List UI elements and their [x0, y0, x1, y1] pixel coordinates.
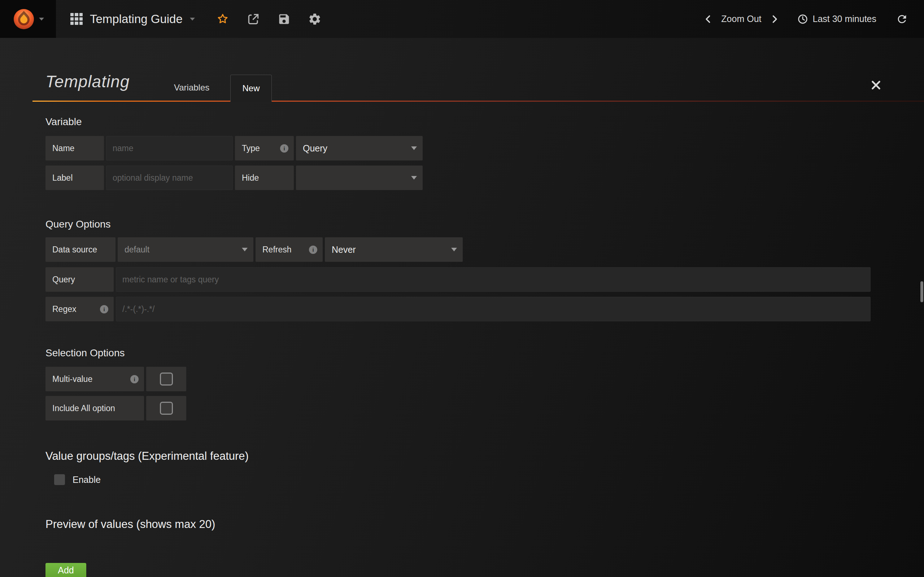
title-caret-down-icon [190, 18, 195, 21]
regex-input[interactable] [116, 297, 871, 321]
value-groups-heading: Value groups/tags (Experimental feature) [45, 450, 924, 463]
type-label: Type i [235, 136, 294, 161]
grafana-page: Templating Guide Zo [0, 0, 924, 577]
share-icon[interactable] [247, 12, 260, 26]
dashboard-title: Templating Guide [90, 12, 183, 26]
page-title: Templating [45, 72, 129, 91]
tab-variables[interactable]: Variables [170, 82, 214, 93]
add-button[interactable]: Add [45, 563, 86, 577]
refresh-label: Refresh i [255, 237, 323, 262]
dashboard-grid-icon [70, 13, 82, 25]
name-input[interactable] [106, 136, 233, 161]
include-all-checkbox-wrap [146, 396, 186, 421]
label-input[interactable] [106, 166, 233, 190]
data-source-label: Data source [45, 237, 115, 262]
preview-heading: Preview of values (shows max 20) [45, 518, 924, 531]
close-icon[interactable] [870, 79, 882, 91]
multi-value-row: Multi-value i [45, 367, 924, 391]
star-icon[interactable] [216, 12, 229, 26]
enable-label: Enable [73, 475, 101, 485]
multi-value-checkbox[interactable] [160, 372, 173, 385]
type-select-value: Query [303, 143, 327, 154]
multi-value-label-text: Multi-value [52, 374, 92, 384]
tab-new[interactable]: New [230, 75, 272, 102]
time-range-label: Last 30 minutes [813, 14, 877, 24]
regex-row: Regex i [45, 297, 924, 321]
time-shift-right-button[interactable] [768, 13, 781, 26]
time-controls: Zoom Out Last 30 minutes [702, 12, 924, 26]
regex-info-icon[interactable]: i [100, 305, 108, 313]
variable-section-heading: Variable [45, 116, 924, 128]
navbar-actions [216, 12, 321, 26]
type-label-text: Type [242, 143, 260, 153]
hide-label: Hide [235, 166, 294, 190]
refresh-select[interactable]: Never [325, 237, 463, 262]
multi-value-checkbox-wrap [146, 367, 186, 391]
data-source-select-value: default [124, 245, 149, 255]
query-options-heading: Query Options [45, 219, 924, 230]
include-all-row: Include All option [45, 396, 924, 421]
query-row: Query [45, 267, 924, 292]
query-label: Query [45, 267, 114, 292]
grafana-logo-menu[interactable] [0, 0, 56, 38]
enable-row: Enable [54, 474, 924, 486]
data-source-caret-down-icon [242, 248, 247, 251]
regex-label-text: Regex [52, 305, 76, 314]
include-all-label: Include All option [45, 396, 144, 421]
tabs-accent-underline [32, 101, 924, 102]
selection-options-heading: Selection Options [45, 347, 924, 359]
data-source-select[interactable]: default [118, 237, 254, 262]
type-info-icon[interactable]: i [280, 144, 288, 153]
type-caret-down-icon [411, 147, 417, 150]
refresh-label-text: Refresh [262, 245, 292, 255]
variable-name-row: Name Type i Query [45, 136, 924, 161]
include-all-checkbox[interactable] [160, 402, 173, 415]
refresh-info-icon[interactable]: i [309, 246, 317, 254]
time-range-picker[interactable]: Last 30 minutes [797, 13, 877, 25]
query-input[interactable] [116, 267, 871, 292]
multi-value-label: Multi-value i [45, 367, 144, 391]
multi-value-info-icon[interactable]: i [130, 375, 139, 384]
refresh-caret-down-icon [451, 248, 457, 251]
hide-select[interactable] [296, 166, 423, 190]
label-label: Label [45, 166, 104, 190]
zoom-out-button[interactable]: Zoom Out [721, 14, 761, 24]
grafana-logo-icon [12, 8, 36, 31]
variable-label-row: Label Hide [45, 166, 924, 190]
type-select[interactable]: Query [296, 136, 423, 161]
top-navbar: Templating Guide Zo [0, 0, 924, 38]
datasource-row: Data source default Refresh i Never [45, 237, 924, 262]
save-icon[interactable] [277, 12, 291, 26]
time-shift-left-button[interactable] [702, 13, 715, 26]
refresh-icon[interactable] [895, 12, 909, 26]
enable-checkbox[interactable] [54, 474, 65, 485]
clock-icon [797, 13, 809, 25]
logo-caret-down-icon [39, 18, 44, 21]
settings-gear-icon[interactable] [308, 12, 321, 26]
dashboard-title-dropdown[interactable]: Templating Guide [56, 0, 207, 38]
scrollbar-thumb[interactable] [921, 281, 923, 302]
refresh-select-value: Never [332, 245, 356, 255]
templating-header: Templating Variables New [45, 38, 924, 101]
templating-editor: Templating Variables New Variable Name T… [0, 38, 924, 577]
name-label: Name [45, 136, 104, 161]
regex-label: Regex i [45, 297, 114, 321]
hide-caret-down-icon [411, 176, 417, 180]
